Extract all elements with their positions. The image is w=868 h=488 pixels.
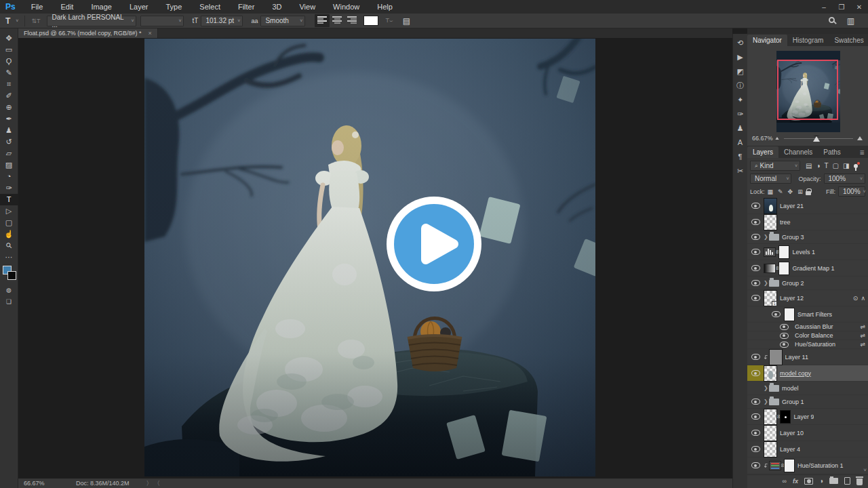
filter-type-layers-icon[interactable]: T — [825, 162, 829, 169]
layer-row-levels-1[interactable]: 8Levels 1 — [747, 244, 868, 260]
delete-layer-icon[interactable] — [856, 479, 863, 485]
healing-brush-tool[interactable]: ⊕ — [0, 102, 18, 113]
layer-row-layer-12[interactable]: ⤵Layer 12⊙∧ — [747, 290, 868, 306]
screen-mode-button[interactable]: ❏ — [0, 296, 18, 308]
layer-row-hue-saturation-1[interactable]: ↴8Hue/Saturation 1 — [747, 458, 868, 474]
history-brush-tool[interactable]: ↺ — [0, 136, 18, 148]
shape-tool[interactable]: ▢ — [0, 217, 18, 228]
layer-name[interactable]: Layer 21 — [780, 203, 804, 209]
menu-item-layer[interactable]: Layer — [121, 3, 157, 11]
new-layer-icon[interactable] — [844, 477, 850, 485]
layer-row-layer-4[interactable]: Layer 4 — [747, 441, 868, 458]
visibility-toggle[interactable] — [776, 331, 792, 340]
adjustment-icon[interactable] — [764, 264, 776, 273]
tab-swatches[interactable]: Swatches — [829, 35, 868, 46]
layer-row-layer-11[interactable]: ↴Layer 11 — [747, 349, 868, 365]
lock-artboard-icon[interactable]: ⊞ — [797, 188, 803, 195]
actions-panel-icon[interactable]: ▶ — [737, 54, 743, 61]
tool-preset-caret-icon[interactable]: ˅ — [13, 18, 21, 23]
layer-mask-thumbnail[interactable] — [784, 459, 795, 472]
menu-item-3d[interactable]: 3D — [263, 3, 290, 11]
restore-button[interactable]: ❐ — [833, 3, 850, 11]
visibility-toggle[interactable] — [747, 395, 764, 408]
visibility-toggle[interactable] — [747, 260, 764, 276]
layer-thumbnail[interactable] — [764, 441, 777, 458]
tab-layers[interactable]: Layers — [747, 146, 778, 158]
layer-row-layer-21[interactable]: Layer 21 — [747, 198, 868, 214]
adjustment-icon[interactable] — [764, 247, 776, 257]
opacity-select[interactable]: 100% ˅ — [824, 174, 865, 184]
layer-row-layer-10[interactable]: Layer 10 — [747, 425, 868, 441]
menu-item-type[interactable]: Type — [157, 3, 191, 11]
close-button[interactable]: ✕ — [850, 3, 868, 11]
visibility-toggle[interactable] — [747, 365, 764, 381]
search-button[interactable] — [829, 17, 835, 24]
fill-select[interactable]: 100% ˅ — [838, 186, 865, 197]
collapse-chevron-icon[interactable]: ❯ — [764, 234, 769, 240]
panel-menu-icon[interactable]: ≣ — [856, 149, 868, 158]
tab-paths[interactable]: Paths — [818, 146, 846, 158]
history-panel-icon[interactable]: ⟲ — [737, 39, 743, 47]
layer-row-hue-saturation[interactable]: Hue/Saturation⇌ — [747, 340, 868, 349]
filter-blending-icon[interactable]: ⇌ — [860, 332, 865, 339]
visibility-toggle[interactable] — [747, 244, 764, 260]
warp-text-icon[interactable]: T⌣ — [382, 17, 395, 24]
visibility-toggle[interactable] — [776, 340, 792, 348]
clone-stamp-tool[interactable]: ♟ — [0, 125, 18, 136]
layer-row-group-1[interactable]: ❯Group 1 — [747, 395, 868, 409]
close-tab-icon[interactable]: × — [149, 30, 152, 37]
move-tool[interactable]: ✥ — [0, 33, 18, 44]
layer-row-gradient-map-1[interactable]: 8Gradient Map 1 — [747, 260, 868, 277]
menu-item-window[interactable]: Window — [324, 3, 368, 11]
font-size-select[interactable]: 101.32 pt ˅ — [201, 16, 243, 26]
workspace-switcher-icon[interactable]: ▥ — [844, 16, 857, 26]
filter-blending-icon[interactable]: ⇌ — [860, 323, 865, 330]
menu-item-file[interactable]: File — [22, 3, 52, 11]
layer-thumbnail[interactable] — [764, 214, 777, 230]
layer-name[interactable]: model — [782, 385, 799, 392]
layer-row-group-3[interactable]: ❯Group 3 — [747, 230, 868, 244]
brush-settings-panel-icon[interactable]: ✑ — [737, 110, 743, 118]
navigator-proxy-view-box[interactable] — [777, 60, 838, 120]
layer-name[interactable]: Color Balance — [795, 332, 833, 339]
layer-name[interactable]: Group 2 — [782, 280, 804, 287]
collapse-chevron-icon[interactable]: ❯ — [764, 399, 769, 405]
filter-blending-icon[interactable]: ⇌ — [860, 341, 865, 348]
collapse-chevron-icon[interactable]: ❯ — [764, 385, 769, 391]
slider-thumb[interactable] — [813, 136, 820, 142]
layer-name[interactable]: Group 3 — [782, 234, 804, 241]
menu-item-image[interactable]: Image — [82, 3, 121, 11]
layer-row-smart-filters[interactable]: Smart Filters — [747, 306, 868, 323]
color-swatches[interactable] — [0, 264, 18, 282]
layer-row-gaussian-blur[interactable]: Gaussian Blur⇌ — [747, 323, 868, 331]
filter-smart-objects-icon[interactable]: ◨ — [843, 162, 849, 169]
layer-thumbnail[interactable] — [764, 425, 777, 441]
visibility-toggle[interactable] — [747, 214, 764, 230]
text-color-swatch[interactable] — [363, 16, 378, 26]
filtering-toggle-icon[interactable] — [854, 164, 858, 168]
layer-name[interactable]: Hue/Saturation 1 — [797, 462, 844, 469]
canvas-pasteboard[interactable] — [18, 38, 732, 479]
type-tool[interactable]: T — [0, 194, 18, 205]
layer-name[interactable]: Smart Filters — [797, 311, 832, 318]
tools-panel-icon[interactable]: ✂ — [737, 167, 743, 175]
layer-thumbnail[interactable] — [764, 365, 777, 382]
layer-mask-thumbnail[interactable] — [778, 245, 789, 259]
adjustment-layer-icon[interactable]: ◑ — [819, 477, 823, 485]
info-panel-icon[interactable]: ⓘ — [736, 82, 744, 89]
layer-mask-thumbnail[interactable] — [778, 262, 789, 275]
font-style-select[interactable]: ˅ — [140, 16, 184, 26]
zoom-in-icon[interactable] — [857, 136, 863, 140]
add-mask-icon[interactable] — [804, 478, 813, 485]
visibility-toggle[interactable] — [747, 277, 764, 289]
layer-name[interactable]: Hue/Saturation — [795, 341, 835, 348]
play-button[interactable] — [394, 204, 474, 284]
visibility-toggle[interactable] — [776, 323, 792, 331]
navigator-zoom-slider[interactable] — [784, 135, 853, 142]
lasso-tool[interactable]: Ϙ — [0, 56, 18, 67]
blend-mode-select[interactable]: Normal ˅ — [750, 174, 791, 184]
quick-mask-button[interactable]: ◍ — [0, 285, 18, 296]
tab-channels[interactable]: Channels — [778, 146, 818, 158]
layer-row-tree[interactable]: tree — [747, 214, 868, 230]
clone-source-panel-icon[interactable]: ♟ — [737, 125, 744, 132]
